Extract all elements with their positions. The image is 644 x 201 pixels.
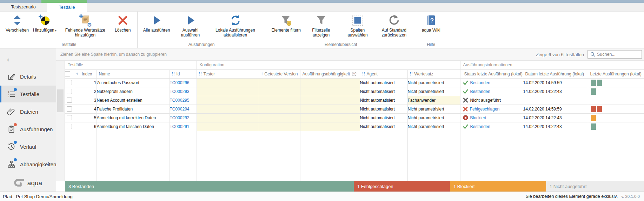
collapse-sidebar-button[interactable]: ‹ bbox=[7, 55, 9, 63]
tab-testfaelle[interactable]: Testfälle bbox=[47, 3, 87, 12]
sidebar-item-ausfuehrungen[interactable]: Ausführungen bbox=[0, 121, 56, 138]
cell-agent: Nicht automatisiert bbox=[360, 105, 407, 113]
table-row[interactable]: 4Falsche ProfildatenTC000294Nicht automa… bbox=[65, 105, 644, 113]
status-link[interactable]: Bestanden bbox=[470, 124, 490, 129]
testcase-id-link[interactable]: TC000294 bbox=[170, 107, 190, 112]
row-checkbox[interactable] bbox=[67, 106, 72, 112]
filter-elements-button[interactable]: Elemente filtern bbox=[270, 14, 303, 33]
column-header-history[interactable]: Letzte Ausführungen (lokal) bbox=[588, 69, 644, 78]
sidebar-item-details[interactable]: Details bbox=[0, 68, 56, 85]
run-selection-button[interactable]: Auswahl ausführen bbox=[172, 14, 209, 38]
column-header-index[interactable]: Index bbox=[74, 69, 97, 78]
column-header-status[interactable]: Status letzte Ausführung (lokal) bbox=[460, 69, 523, 78]
testcase-id-link[interactable]: TC000292 bbox=[170, 115, 190, 120]
column-header-name[interactable]: Name bbox=[97, 69, 170, 78]
row-checkbox-cell bbox=[65, 87, 74, 96]
ribbon-group-caption: Testfälle bbox=[0, 42, 137, 47]
testcase-id-link[interactable]: TC000295 bbox=[170, 98, 190, 103]
reset-to-default-button[interactable]: Auf Standard zurücksetzen bbox=[376, 14, 412, 38]
tab-testszenario[interactable]: Testszenario bbox=[0, 3, 47, 11]
cell-index: 4 bbox=[74, 105, 97, 113]
cell-tester[interactable] bbox=[197, 122, 258, 131]
cell-agent: Nicht automatisiert bbox=[360, 87, 407, 96]
status-link[interactable]: Bestanden bbox=[470, 89, 490, 94]
column-header-version[interactable]: Getestete Version bbox=[258, 69, 300, 78]
cell-dependency[interactable] bbox=[300, 96, 360, 105]
search-box[interactable] bbox=[587, 50, 642, 59]
cell-date: 14.02.2020 14:22:43 bbox=[523, 122, 588, 131]
move-button[interactable]: Verschieben bbox=[4, 14, 31, 33]
cell-version[interactable] bbox=[258, 122, 300, 131]
status-link[interactable]: Fehlgeschlagen bbox=[470, 107, 500, 112]
row-checkbox[interactable] bbox=[67, 124, 72, 129]
sidebar-item-testfaelle[interactable]: 123 Testfälle bbox=[0, 86, 56, 102]
cell-version[interactable] bbox=[258, 105, 300, 113]
status-link[interactable]: Bestanden bbox=[470, 80, 490, 85]
sidebar-item-dateien[interactable]: Dateien bbox=[0, 103, 56, 120]
cell-dependency[interactable] bbox=[300, 105, 360, 113]
cell-version[interactable] bbox=[258, 96, 300, 105]
cell-tester[interactable] bbox=[197, 96, 258, 105]
cell-tester[interactable] bbox=[197, 113, 258, 122]
table-row[interactable]: 1Zu einfaches PasswortTC000296Nicht auto… bbox=[65, 78, 644, 87]
sidebar-item-abhaengigkeiten[interactable]: Abhängigkeiten bbox=[0, 156, 56, 173]
select-all-checkbox[interactable] bbox=[65, 71, 70, 76]
column-header-date[interactable]: Datum letzte Ausführung (lokal) bbox=[523, 69, 588, 78]
table-row[interactable]: 5Anmeldung mit korrekten DatenTC000292Ni… bbox=[65, 113, 644, 122]
column-group-header: Testfälle bbox=[65, 61, 197, 69]
cell-tester[interactable] bbox=[197, 105, 258, 113]
row-checkbox[interactable] bbox=[67, 80, 72, 85]
select-columns-button[interactable]: Spalten auswählen bbox=[339, 14, 376, 38]
select-all-checkbox-cell bbox=[65, 69, 74, 78]
testcase-id-link[interactable]: TC000296 bbox=[170, 80, 190, 85]
delete-button[interactable]: Löschen bbox=[112, 14, 134, 33]
cell-tester[interactable] bbox=[197, 87, 258, 96]
summary-segment: 1 Nicht ausgeführt bbox=[546, 181, 644, 192]
group-by-panel[interactable]: Ziehen Sie eine Spalte hierhin, um danac… bbox=[56, 48, 644, 61]
cell-dependency[interactable] bbox=[300, 78, 360, 87]
cell-tester[interactable] bbox=[197, 78, 258, 87]
help-circle-icon: ? bbox=[352, 72, 357, 76]
run-selection-icon bbox=[185, 15, 196, 27]
aqua-wiki-button[interactable]: ? aqua Wiki bbox=[420, 14, 443, 33]
status-link[interactable]: Blockiert bbox=[470, 115, 486, 120]
testcase-id-link[interactable]: TC000293 bbox=[170, 89, 190, 94]
cell-id: TC000296 bbox=[170, 78, 197, 87]
column-header-tester[interactable]: Tester bbox=[197, 69, 258, 78]
ribbon-group-hilfe: ? aqua Wiki Hilfe bbox=[416, 12, 446, 48]
row-checkbox[interactable] bbox=[67, 115, 72, 120]
column-header-dependency[interactable]: Ausführungsabhängigkeit? bbox=[300, 69, 360, 78]
column-header-id[interactable]: Id bbox=[170, 69, 197, 78]
add-button[interactable]: Hinzufügen▾ bbox=[31, 14, 59, 34]
testcase-id-link[interactable]: TC000291 bbox=[170, 124, 190, 129]
cell-date: 14.02.2020 14:59:59 bbox=[523, 78, 588, 87]
table-row[interactable]: 2Nutzerprofil ändernTC000293Nicht automa… bbox=[65, 87, 644, 96]
row-checkbox[interactable] bbox=[67, 98, 72, 103]
column-header-valueset[interactable]: Wertesatz bbox=[407, 69, 460, 78]
cell-dependency[interactable] bbox=[300, 122, 360, 131]
run-all-button[interactable]: Alle ausführen bbox=[141, 14, 172, 33]
add-missing-valuesets-button[interactable]: ⚙ Fehlende Wertesätze hinzufügen bbox=[59, 14, 112, 38]
filler-row bbox=[65, 131, 644, 181]
refresh-local-executions-button[interactable]: Lokale Ausführungen aktualisieren bbox=[209, 14, 262, 38]
cell-version[interactable] bbox=[258, 87, 300, 96]
column-header-agent[interactable]: Agent bbox=[360, 69, 407, 78]
status-passed-icon bbox=[463, 124, 468, 129]
clipboard-check-icon bbox=[7, 125, 15, 133]
cell-version[interactable] bbox=[258, 78, 300, 87]
show-filter-row-button[interactable]: Filterzeile anzeigen bbox=[303, 14, 339, 38]
status-text: Nicht ausgeführt bbox=[470, 98, 501, 103]
column-group-header: Ausführungsinformationen bbox=[460, 61, 644, 69]
cell-name: Nutzerprofil ändern bbox=[97, 87, 170, 96]
cell-dependency[interactable] bbox=[300, 87, 360, 96]
cell-history bbox=[588, 87, 644, 96]
gutter-scroll-thumb[interactable] bbox=[57, 89, 64, 112]
cell-dependency[interactable] bbox=[300, 113, 360, 122]
row-checkbox[interactable] bbox=[67, 89, 72, 94]
table-row[interactable]: 3Neuen Account erstellenTC000295Nicht au… bbox=[65, 96, 644, 105]
add-icon bbox=[39, 14, 51, 28]
cell-version[interactable] bbox=[258, 113, 300, 122]
search-input[interactable] bbox=[597, 52, 642, 57]
table-row[interactable]: 6Anmeldung mit falschen DatenTC000291Nic… bbox=[65, 122, 644, 131]
sidebar-item-verlauf[interactable]: Verlauf bbox=[0, 138, 56, 155]
